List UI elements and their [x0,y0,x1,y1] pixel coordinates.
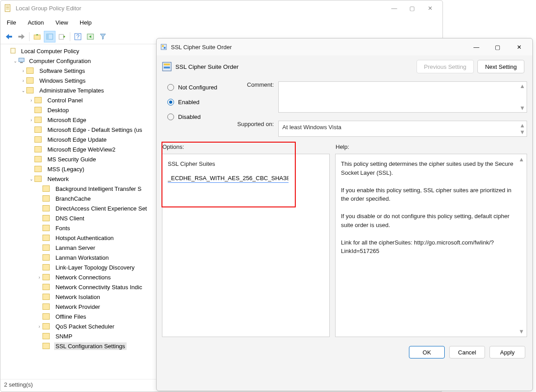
radio-icon [167,114,174,120]
svg-rect-3 [47,34,49,39]
tree-label: DNS Client [54,215,85,222]
tree-label: Network [46,175,70,183]
next-setting-button[interactable]: Next Setting [477,60,524,73]
dialog-window-controls: — ▢ ✕ [467,40,529,54]
radio-icon [167,99,174,105]
tree-label: Microsoft Edge Update [46,136,108,143]
folder-icon [43,195,50,202]
dialog-config-row: Not Configured Enabled Disabled Comment:… [157,81,532,142]
folder-icon [43,185,50,192]
close-button[interactable]: ✕ [421,1,439,15]
filter-button[interactable] [97,31,109,42]
chevron-icon[interactable]: › [20,68,26,73]
dialog-panes: Options: SSL Cipher Suites Help: This po… [157,154,532,342]
export-button[interactable] [56,31,68,42]
scroll-down-icon[interactable]: ▼ [519,105,526,111]
comment-field[interactable]: ▲▼ [278,81,527,113]
tree-label: QoS Packet Scheduler [54,323,116,330]
folder-icon [34,136,42,143]
tree-label: Microsoft Edge [46,116,88,124]
tree-label: Computer Configuration [28,57,92,65]
folder-icon [43,303,50,310]
chevron-icon[interactable]: ⌄ [12,59,18,63]
folder-icon [43,205,50,211]
show-hide-tree-button[interactable] [44,31,55,42]
apply-button[interactable]: Apply [489,346,525,358]
chevron-icon[interactable]: › [36,324,43,329]
menu-view[interactable]: View [54,17,74,29]
help-button[interactable]: ? [72,31,84,42]
radio-disabled[interactable]: Disabled [167,114,226,120]
svg-rect-9 [19,58,24,62]
chevron-icon[interactable]: › [28,98,34,103]
tree-label: MS Security Guide [46,156,97,163]
scroll-down-icon[interactable]: ▼ [519,129,526,135]
folder-icon [43,323,50,329]
back-button[interactable] [3,31,15,42]
folder-icon [43,264,50,270]
ok-button[interactable]: OK [409,346,445,358]
tree-label: Lanman Workstation [54,254,110,261]
titlebar[interactable]: Local Group Policy Editor — ▢ ✕ [0,0,442,16]
maximize-button[interactable]: ▢ [403,1,421,15]
radio-enabled[interactable]: Enabled [167,99,226,105]
tree-label: Background Intelligent Transfer S [54,185,143,193]
help-scrollbar[interactable]: ▲▼ [519,156,525,335]
minimize-button[interactable]: — [385,1,403,15]
up-button[interactable] [31,31,43,42]
chevron-icon[interactable]: ⌄ [28,177,34,181]
svg-rect-1 [34,35,40,39]
tree-label: BranchCache [54,195,92,202]
scroll-up-icon[interactable]: ▲ [519,122,526,129]
supported-scrollbar[interactable]: ▲▼ [519,122,526,135]
svg-rect-10 [20,62,23,63]
dialog-titlebar[interactable]: SSL Cipher Suite Order — ▢ ✕ [157,38,532,55]
tree-label: Microsoft Edge - Default Settings (us [46,126,144,134]
radio-not-configured[interactable]: Not Configured [167,84,226,91]
folder-icon [34,126,42,133]
action-button[interactable] [85,31,96,42]
help-label: Help: [336,143,349,150]
folder-icon [43,225,50,231]
folder-icon [34,107,42,113]
folder-icon [34,117,42,123]
folder-icon [26,77,34,84]
previous-setting-button[interactable]: Previous Setting [417,60,474,73]
chevron-icon[interactable]: ⌄ [20,88,26,93]
dialog-minimize-button[interactable]: — [467,40,486,54]
folder-icon [43,244,50,251]
tree-label: Fonts [54,224,72,232]
chevron-icon[interactable]: › [20,78,26,83]
folder-icon [43,254,50,261]
chevron-icon[interactable]: › [36,275,43,280]
toolbar-separator [70,32,70,41]
forward-button[interactable] [16,31,27,42]
options-label: Options: [162,143,184,150]
policy-root-icon [10,47,17,55]
tree-label: Network Connections [54,274,112,281]
tree-label: Control Panel [46,97,84,104]
menu-help[interactable]: Help [78,17,98,29]
tree-label: Offline Files [54,313,87,320]
folder-icon [26,67,34,74]
tree-label: SSL Configuration Settings [54,342,127,350]
ssl-suites-input[interactable] [168,174,289,183]
dialog-close-button[interactable]: ✕ [509,40,529,54]
computer-icon [18,57,26,65]
scroll-down-icon[interactable]: ▼ [519,328,525,335]
state-radios: Not Configured Enabled Disabled [162,81,231,137]
dialog-maximize-button[interactable]: ▢ [488,40,507,54]
svg-text:?: ? [76,33,79,40]
dialog-title: SSL Cipher Suite Order [171,44,467,51]
comment-scrollbar[interactable]: ▲▼ [519,83,526,111]
folder-icon [43,313,50,320]
supported-label: Supported on: [231,121,278,137]
cancel-button[interactable]: Cancel [449,346,485,358]
radio-label: Not Configured [178,84,217,91]
menu-action[interactable]: Action [26,17,50,29]
chevron-icon[interactable]: › [28,118,34,122]
folder-icon [34,97,42,103]
scroll-up-icon[interactable]: ▲ [519,156,525,163]
scroll-up-icon[interactable]: ▲ [519,83,526,89]
menu-file[interactable]: File [5,17,22,29]
